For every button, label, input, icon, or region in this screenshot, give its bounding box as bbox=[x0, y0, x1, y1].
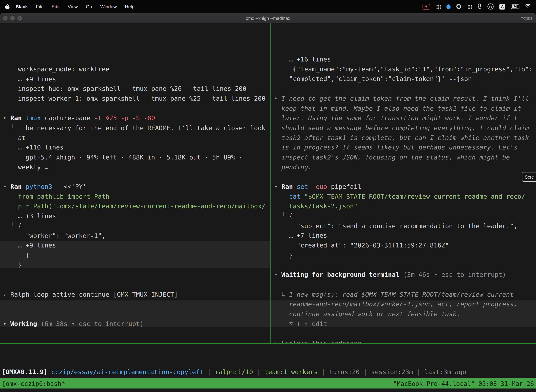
text-segment: • bbox=[3, 183, 10, 190]
terminal-line bbox=[3, 299, 270, 309]
text-segment: keep that in mind. Maybe I also need the… bbox=[274, 105, 521, 112]
disc-icon[interactable] bbox=[456, 4, 461, 9]
tmux-session-label: [omx-cczip0:bash* bbox=[2, 380, 65, 387]
text-segment: Waiting for background terminal bbox=[281, 271, 403, 278]
terminal-line bbox=[3, 280, 270, 290]
text-segment: "subject": "send a concise recommendatio… bbox=[274, 222, 517, 229]
apple-icon[interactable] bbox=[5, 4, 10, 9]
terminal-line: └ be necessary for the end of the README… bbox=[3, 123, 270, 133]
terminal-line: … +9 lines bbox=[3, 241, 270, 251]
terminal-line: is in progress? It seems likely but perh… bbox=[274, 143, 536, 153]
terminal-line: • I need to get the claim token from the… bbox=[274, 94, 536, 104]
text-segment: └ bbox=[274, 212, 289, 219]
text-segment: continue assigned work or next feasible … bbox=[274, 310, 460, 317]
battery-icon[interactable]: ϟ bbox=[511, 4, 519, 9]
text-segment: tmux bbox=[25, 115, 44, 122]
terminal-line: readme-and-reco/mailbox/worker-1.json, a… bbox=[274, 299, 536, 309]
tmux-pane-right[interactable]: … +16 lines '{"team_name":"my-team","tas… bbox=[271, 23, 536, 343]
menu-items: FileEditViewGoWindowHelp bbox=[32, 4, 139, 9]
menu-view[interactable]: View bbox=[64, 4, 82, 9]
text-segment: is in progress? It seems likely but perh… bbox=[274, 144, 517, 151]
record-indicator-icon[interactable] bbox=[423, 4, 430, 9]
menu-go[interactable]: Go bbox=[82, 4, 96, 9]
text-segment: tasks/task-2.json" bbox=[289, 203, 358, 210]
terminal-line bbox=[274, 260, 536, 270]
text-segment: last:3m ago bbox=[424, 369, 466, 376]
menu-bar-status-icons: 61 A ϟ bbox=[423, 3, 536, 10]
terminal-line: "completed","claim_token":"claim-token"}… bbox=[274, 74, 536, 84]
window-titlebar[interactable]: × − + omx --xhigh --madmax ⌥⌘1 bbox=[0, 13, 536, 23]
zoom-button[interactable]: + bbox=[17, 16, 22, 20]
text-segment: { bbox=[18, 222, 22, 229]
text-segment: set bbox=[297, 183, 312, 190]
terminal-line: gpt-5.4 xhigh · 94% left · 488K in · 5.1… bbox=[3, 153, 270, 163]
text-segment: -t %25 -p -S -80 bbox=[94, 115, 155, 122]
menu-app-name[interactable]: Slack bbox=[12, 4, 32, 9]
close-button[interactable]: × bbox=[3, 16, 7, 20]
omx-status-pane: [OMX#0.11.9] cczip/essay/ai-reimplementa… bbox=[0, 344, 536, 378]
text-segment: cczip/essay/ai-reimplementation-copyleft bbox=[51, 369, 203, 376]
terminal-line: • Ran python3 - <<'PY' bbox=[3, 182, 270, 192]
text-segment: from pathlib import Path bbox=[3, 193, 109, 200]
terminal-line bbox=[274, 329, 536, 339]
terminal-line: … +16 lines bbox=[274, 55, 536, 65]
text-segment: "$OMX_TEAM_STATE_ROOT/team/review-curren… bbox=[304, 193, 525, 200]
dots-grid-icon[interactable] bbox=[436, 4, 440, 9]
droplet-icon[interactable] bbox=[446, 4, 450, 9]
terminal-line: … +7 lines bbox=[274, 231, 536, 241]
tmux-pane-left[interactable]: workspace_mode: worktree … +9 lines insp… bbox=[0, 23, 270, 343]
battery-gauge-icon[interactable]: 61 bbox=[488, 3, 494, 9]
text-segment: • bbox=[274, 95, 281, 102]
text-segment: } bbox=[3, 261, 22, 269]
menu-edit[interactable]: Edit bbox=[48, 4, 64, 9]
text-segment: Ran bbox=[10, 115, 26, 122]
text-segment: "completed","claim_token":"claim-token"}… bbox=[274, 75, 472, 83]
text-segment: • bbox=[3, 115, 10, 122]
text-segment: … +9 lines bbox=[3, 242, 56, 249]
menu-file[interactable]: File bbox=[32, 4, 48, 9]
text-segment: • bbox=[274, 183, 281, 190]
terminal-line: ↳ 1 new msg(s): read $OMX_TEAM_STATE_ROO… bbox=[274, 290, 536, 300]
text-segment: › bbox=[3, 291, 10, 298]
text-segment: ⌥ + ↑ edit bbox=[274, 320, 327, 327]
wifi-icon[interactable] bbox=[525, 4, 531, 9]
screen-edge-overlay[interactable]: Scre bbox=[522, 172, 536, 182]
pane-right-lines: … +16 lines '{"team_name":"my-team","tas… bbox=[274, 55, 536, 343]
terminal-line: from pathlib import Path bbox=[3, 192, 270, 202]
minimize-button[interactable]: − bbox=[10, 16, 14, 20]
text-segment: ↳ bbox=[274, 291, 289, 298]
text-segment: • bbox=[3, 320, 10, 327]
text-segment: gpt-5.4 xhigh · 94% left · 488K in · 5.1… bbox=[3, 154, 243, 161]
text-segment: I need to get the claim token from the c… bbox=[281, 95, 529, 102]
terminal-line: inspect task2's JSON, focusing on the st… bbox=[274, 153, 536, 163]
menu-help[interactable]: Help bbox=[121, 4, 139, 9]
traffic-lights: × − + bbox=[0, 16, 22, 20]
text-segment bbox=[274, 193, 289, 200]
text-segment: at bbox=[3, 134, 26, 141]
dots-grid-icon-2[interactable] bbox=[467, 4, 472, 9]
text-segment: { bbox=[289, 212, 293, 219]
text-segment: cat bbox=[289, 193, 304, 200]
terminal-line: • Ran tmux capture-pane -t %25 -p -S -80 bbox=[3, 113, 270, 123]
terminal-line: } bbox=[3, 260, 270, 270]
terminal-line: tasks/task-2.json" bbox=[274, 202, 536, 211]
window-shortcut-hint: ⌥⌘1 bbox=[521, 15, 533, 21]
terminal-line: p = Path('.omx/state/team/review-current… bbox=[3, 202, 270, 211]
terminal-line bbox=[274, 84, 536, 94]
text-segment: | bbox=[318, 369, 329, 376]
text-segment: | bbox=[360, 369, 371, 376]
figure-eight-icon[interactable] bbox=[478, 3, 482, 10]
terminal-window: × − + omx --xhigh --madmax ⌥⌘1 workspace… bbox=[0, 13, 536, 392]
text-segment: … +3 lines bbox=[3, 212, 56, 219]
terminal-line: at bbox=[3, 133, 270, 143]
input-source-icon[interactable]: A bbox=[499, 4, 505, 9]
menu-window[interactable]: Window bbox=[96, 4, 121, 9]
text-segment: capture-pane bbox=[45, 115, 94, 122]
terminal-line bbox=[3, 270, 270, 280]
terminal-line: pending. bbox=[274, 163, 536, 172]
text-segment: - <<'PY' bbox=[56, 183, 86, 190]
terminal-line: └ { bbox=[3, 221, 270, 231]
menu-bar-left: Slack FileEditViewGoWindowHelp bbox=[0, 4, 139, 9]
terminal-line: workspace_mode: worktree bbox=[3, 65, 270, 74]
text-segment: Ralph loop active continue [OMX_TMUX_INJ… bbox=[10, 291, 178, 298]
